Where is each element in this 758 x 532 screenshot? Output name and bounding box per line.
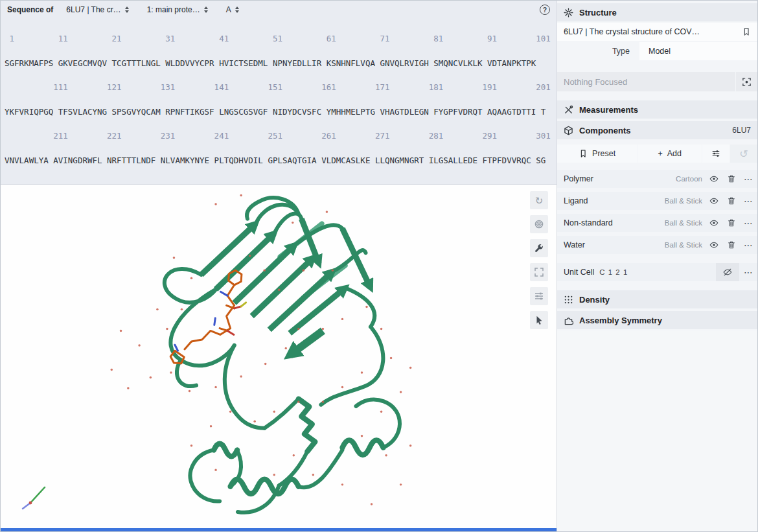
more-options-button[interactable]: ⋯ [740, 214, 757, 232]
focus-row: Nothing Focused [557, 72, 757, 91]
residue-number-line: 1 11 21 31 41 51 61 71 81 91 101 [5, 35, 553, 43]
updown-arrows-icon [204, 6, 208, 13]
unit-cell-spacegroup: C 1 2 1 [599, 268, 628, 276]
component-row-polymer[interactable]: Polymer Cartoon ⋯ [557, 170, 757, 188]
visibility-eye-icon[interactable] [705, 214, 722, 232]
updown-arrows-icon [235, 6, 239, 13]
expand-icon[interactable] [530, 263, 548, 281]
component-representation: Cartoon [676, 175, 702, 183]
molstar-viewer-window: Sequence of 6LU7 | The cr… 1: main prote… [0, 0, 758, 532]
structure-entry-row[interactable]: 6LU7 | The crystal structure of COV… [557, 23, 757, 41]
residue-line[interactable]: VNVLAWLYA AVINGDRWFL NRFTTTLNDF NLVAMKYN… [5, 157, 553, 165]
chain-select[interactable]: A [226, 5, 239, 14]
visibility-eye-icon[interactable] [705, 192, 722, 210]
assembly-symmetry-section-header[interactable]: Assembly Symmetry [557, 311, 757, 329]
sidebar-empty-area [557, 330, 757, 531]
3d-viewport[interactable]: ↻ [1, 185, 557, 531]
viewport-toolbar: ↻ [530, 191, 548, 329]
entity-select[interactable]: 1: main prote… [147, 5, 208, 14]
component-row-ligand[interactable]: Ligand Ball & Stick ⋯ [557, 192, 757, 210]
component-name: Polymer [557, 174, 676, 183]
component-options-sliders-icon[interactable] [702, 145, 729, 163]
density-grid-icon [564, 295, 573, 305]
delete-trash-icon[interactable] [722, 170, 740, 188]
more-options-button[interactable]: ⋯ [740, 263, 757, 281]
component-row-non-standard[interactable]: Non-standard Ball & Stick ⋯ [557, 214, 757, 232]
components-structure-badge: 6LU7 [732, 126, 751, 135]
unit-cell-row[interactable]: Unit Cell C 1 2 1 ⋯ [557, 263, 757, 281]
preset-button[interactable]: Preset [557, 145, 637, 163]
axes-widget[interactable] [11, 474, 52, 516]
controls-wrench-icon[interactable] [530, 239, 548, 257]
more-options-button[interactable]: ⋯ [740, 170, 757, 188]
molecule-canvas[interactable] [1, 185, 557, 531]
more-options-button[interactable]: ⋯ [740, 236, 757, 254]
measurements-section-header[interactable]: Measurements [557, 100, 757, 119]
focus-status-field: Nothing Focused [557, 72, 735, 91]
updown-arrows-icon [125, 6, 129, 13]
measurement-tools-icon [564, 105, 573, 115]
more-options-button[interactable]: ⋯ [740, 192, 757, 210]
puzzle-icon [564, 316, 573, 325]
chain-select-value: A [226, 5, 231, 14]
reset-camera-icon[interactable]: ↻ [530, 191, 548, 209]
plus-icon: + [658, 149, 662, 158]
type-label: Type [557, 42, 639, 60]
screenshot-icon[interactable] [530, 215, 548, 233]
viewport-bottom-accent-bar [1, 528, 557, 531]
sequence-lines: 1 11 21 31 41 51 61 71 81 91 101 SGFRKMA… [1, 18, 557, 183]
residue-line[interactable]: YKFVRIQPGQ TFSVLACYNG SPSGVYQCAM RPNFTIK… [5, 108, 553, 117]
component-row-water[interactable]: Water Ball & Stick ⋯ [557, 236, 757, 254]
bookmark-icon[interactable] [742, 27, 751, 36]
gear-icon [564, 8, 573, 17]
components-section-title: Components [579, 126, 630, 135]
density-section-header[interactable]: Density [557, 290, 757, 308]
structure-section-header[interactable]: Structure [557, 3, 757, 21]
structure-type-row: Type Model [557, 42, 757, 60]
sequence-panel: Sequence of 6LU7 | The cr… 1: main prote… [1, 1, 557, 185]
preset-bookmark-icon [579, 149, 588, 158]
focus-target-icon[interactable] [736, 72, 757, 91]
settings-sliders-icon[interactable] [530, 287, 548, 305]
structure-section-title: Structure [579, 8, 617, 17]
residue-number-line: 111 121 131 141 151 161 171 181 191 201 [5, 84, 553, 92]
delete-trash-icon[interactable] [722, 192, 740, 210]
type-value[interactable]: Model [639, 42, 757, 60]
component-name: Ligand [557, 196, 665, 205]
components-cube-icon [564, 126, 573, 135]
selection-cursor-icon[interactable] [530, 311, 548, 329]
assembly-symmetry-section-title: Assembly Symmetry [579, 316, 662, 325]
sequence-header: Sequence of 6LU7 | The cr… 1: main prote… [1, 1, 557, 18]
measurements-section-title: Measurements [579, 105, 638, 115]
sequence-of-label: Sequence of [7, 5, 53, 14]
delete-trash-icon[interactable] [722, 214, 740, 232]
structure-select-value: 6LU7 | The cr… [66, 5, 121, 14]
visibility-eye-icon[interactable] [705, 236, 722, 254]
component-name: Water [557, 240, 665, 249]
component-name: Non-standard [557, 218, 665, 227]
structure-entry-title: 6LU7 | The crystal structure of COV… [564, 27, 737, 36]
components-section-header[interactable]: Components 6LU7 [557, 121, 757, 139]
structure-select[interactable]: 6LU7 | The cr… [66, 5, 128, 14]
visibility-eye-icon[interactable] [705, 170, 722, 188]
components-action-row: Preset + Add ↺ [557, 145, 757, 163]
density-section-title: Density [579, 295, 610, 305]
entity-select-value: 1: main prote… [147, 5, 200, 14]
unit-cell-name: Unit Cell [557, 268, 594, 277]
component-representation: Ball & Stick [665, 197, 702, 205]
component-representation: Ball & Stick [665, 241, 702, 249]
residue-number-line: 211 221 231 241 251 261 271 281 291 301 [5, 132, 553, 141]
delete-trash-icon[interactable] [722, 236, 740, 254]
residue-line[interactable]: SGFRKMAFPS GKVEGCMVQV TCGTTTLNGL WLDDVVY… [5, 60, 553, 68]
component-representation: Ball & Stick [665, 219, 702, 227]
control-sidebar: Structure 6LU7 | The crystal structure o… [557, 1, 757, 531]
undo-history-icon[interactable]: ↺ [730, 145, 757, 163]
add-component-button[interactable]: + Add [637, 145, 702, 163]
visibility-eye-off-icon[interactable] [716, 263, 739, 281]
help-icon[interactable]: ? [540, 5, 550, 15]
main-column: Sequence of 6LU7 | The cr… 1: main prote… [1, 1, 557, 531]
